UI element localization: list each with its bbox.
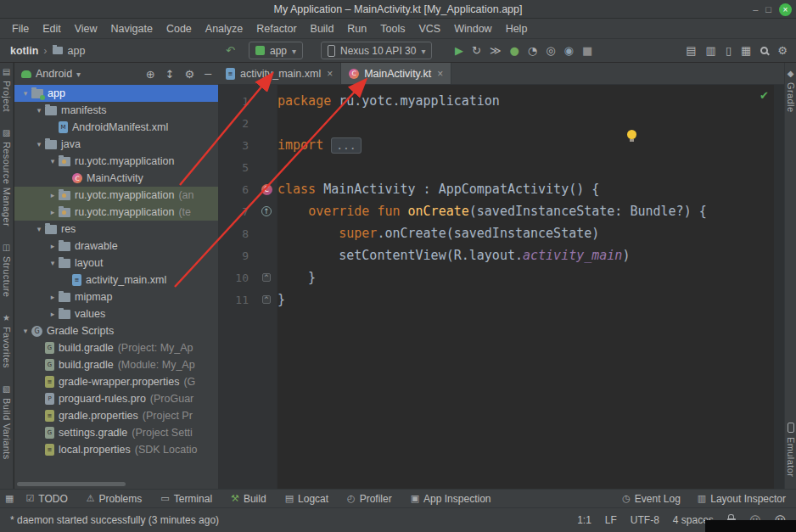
settings-gear-icon[interactable]: ⚙	[185, 69, 195, 80]
menu-item-build[interactable]: Build	[304, 23, 341, 35]
expand-arrow-icon[interactable]: ▾	[33, 225, 45, 233]
project-view-selector[interactable]: Android	[36, 68, 72, 80]
caret-position[interactable]: 1:1	[577, 514, 591, 526]
tool-window-button-event-log[interactable]: ◷Event Log	[622, 493, 681, 505]
override-gutter-icon[interactable]: ↑	[261, 206, 272, 216]
expand-arrow-icon[interactable]: ▸	[47, 310, 59, 318]
attach-debugger-icon[interactable]: ◉	[564, 45, 574, 56]
intention-bulb-icon[interactable]	[627, 130, 636, 139]
tree-item-ru-yotc-myapplication[interactable]: ▸ru.yotc.myapplication(te	[14, 204, 218, 221]
breadcrumb-app[interactable]: app	[68, 45, 86, 57]
expand-arrow-icon[interactable]: ▸	[47, 293, 59, 301]
expand-arrow-icon[interactable]: ▸	[47, 191, 59, 199]
tree-item-androidmanifest-xml[interactable]: AndroidManifest.xml	[14, 119, 218, 136]
close-tab-icon[interactable]: ×	[437, 68, 443, 80]
tool-window-button-app-inspection[interactable]: ▣App Inspection	[411, 493, 491, 505]
tree-item-drawable[interactable]: ▸drawable	[14, 238, 218, 255]
tool-window-button-todo[interactable]: ☑TODO	[25, 493, 67, 505]
tree-item-gradle-scripts[interactable]: ▾Gradle Scripts	[14, 322, 218, 339]
settings-icon[interactable]: ⚙	[777, 45, 788, 56]
tree-item-local-properties[interactable]: local.properties(SDK Locatio	[14, 441, 218, 458]
tree-item-gradle-properties[interactable]: gradle.properties(Project Pr	[14, 407, 218, 424]
editor-scrollbar[interactable]	[774, 85, 784, 489]
tree-item-gradle-wrapper-properties[interactable]: gradle-wrapper.properties(G	[14, 373, 218, 390]
tree-item-settings-gradle[interactable]: settings.gradle(Project Setti	[14, 424, 218, 441]
locate-file-icon[interactable]: ⊕	[146, 69, 155, 80]
tree-item-ru-yotc-myapplication[interactable]: ▸ru.yotc.myapplication(an	[14, 187, 218, 204]
tool-strip-item-build-variants[interactable]: ▧Build Variants	[2, 385, 12, 460]
scrollbar-thumb[interactable]	[17, 482, 126, 486]
tool-window-button-problems[interactable]: ⚠Problems	[87, 493, 143, 505]
tool-strip-item-gradle[interactable]: ◆ Gradle	[786, 70, 796, 112]
menu-item-refactor[interactable]: Refactor	[249, 23, 303, 35]
maximize-button[interactable]: □	[765, 3, 771, 16]
fold-marker-icon[interactable]: ^	[262, 273, 271, 282]
expand-arrow-icon[interactable]: ▾	[47, 157, 59, 165]
editor-tab-mainactivity-kt[interactable]: MainActivity.kt×	[341, 63, 451, 84]
tool-windows-icon[interactable]: ▦	[5, 494, 14, 503]
tree-item-res[interactable]: ▾res	[14, 221, 218, 238]
debug-icon[interactable]: ●	[510, 45, 519, 56]
tree-item-java[interactable]: ▾java	[14, 136, 218, 153]
expand-collapse-icon[interactable]: ↕	[165, 69, 175, 80]
expand-arrow-icon[interactable]: ▾	[20, 89, 31, 98]
layout-inspector-icon[interactable]: ▥	[706, 45, 716, 56]
close-button[interactable]: ×	[779, 3, 792, 16]
menu-item-edit[interactable]: Edit	[36, 23, 68, 35]
coverage-icon[interactable]: ◎	[546, 45, 555, 56]
undo-icon[interactable]: ↶	[226, 45, 235, 56]
tree-item-app[interactable]: ▾app	[14, 85, 218, 102]
menu-item-code[interactable]: Code	[160, 23, 199, 35]
menu-item-view[interactable]: View	[68, 23, 104, 35]
tree-item-ru-yotc-myapplication[interactable]: ▾ru.yotc.myapplication	[14, 153, 218, 170]
stop-icon[interactable]: ■	[582, 45, 592, 56]
tree-item-build-gradle[interactable]: build.gradle(Module: My_Ap	[14, 356, 218, 373]
menu-item-navigate[interactable]: Navigate	[104, 23, 160, 35]
breadcrumb-kotlin[interactable]: kotlin	[10, 45, 38, 57]
menu-item-window[interactable]: Window	[447, 23, 498, 35]
close-tab-icon[interactable]: ×	[327, 68, 333, 80]
encoding-indicator[interactable]: UTF-8	[631, 514, 659, 526]
tool-strip-item-resource-manager[interactable]: ▨Resource Manager	[2, 129, 12, 227]
fold-marker-icon[interactable]: ^	[262, 295, 271, 304]
menu-item-vcs[interactable]: VCS	[412, 23, 447, 35]
avd-manager-icon[interactable]: ▯	[726, 45, 732, 56]
menu-item-tools[interactable]: Tools	[373, 23, 412, 35]
editor-body[interactable]: 1package ru.yotc.myapplication23import .…	[218, 85, 784, 489]
tool-strip-item-emulator[interactable]: Emulator	[786, 423, 796, 477]
menu-item-file[interactable]: File	[5, 23, 36, 35]
run-icon[interactable]: ▶	[455, 45, 463, 56]
horizontal-scrollbar[interactable]	[14, 481, 218, 487]
profiler-icon[interactable]: ◔	[528, 45, 537, 56]
apply-code-changes-icon[interactable]: ≫	[490, 45, 502, 56]
hide-panel-icon[interactable]: ─	[205, 69, 211, 80]
run-config-selector[interactable]: app	[249, 42, 303, 59]
tree-item-activity-main-xml[interactable]: activity_main.xml	[14, 272, 218, 288]
inspections-ok-icon[interactable]: ✔	[760, 89, 769, 102]
search-everywhere-icon[interactable]	[760, 47, 768, 54]
device-file-explorer-icon[interactable]: ▤	[686, 45, 696, 56]
tree-item-layout[interactable]: ▾layout	[14, 255, 218, 272]
expand-arrow-icon[interactable]: ▾	[47, 259, 59, 267]
tree-item-mainactivity[interactable]: MainActivity	[14, 170, 218, 187]
expand-arrow-icon[interactable]: ▸	[47, 242, 59, 250]
tree-item-manifests[interactable]: ▾manifests	[14, 102, 218, 119]
expand-arrow-icon[interactable]: ▾	[33, 140, 45, 148]
tree-item-build-gradle[interactable]: build.gradle(Project: My_Ap	[14, 339, 218, 356]
line-separator-indicator[interactable]: LF	[605, 514, 617, 526]
menu-item-run[interactable]: Run	[340, 23, 373, 35]
tool-window-button-build[interactable]: ⚒Build	[231, 493, 266, 505]
tree-item-proguard-rules-pro[interactable]: proguard-rules.pro(ProGuar	[14, 390, 218, 407]
tool-window-button-profiler[interactable]: ◴Profiler	[347, 493, 392, 505]
expand-arrow-icon[interactable]: ▾	[20, 327, 31, 335]
minimize-button[interactable]: –	[753, 3, 758, 16]
device-selector[interactable]: Nexus 10 API 30	[321, 42, 432, 59]
tool-window-button-logcat[interactable]: ▤Logcat	[285, 493, 328, 505]
apply-changes-icon[interactable]: ↻	[472, 45, 481, 56]
tool-window-button-terminal[interactable]: ▭Terminal	[160, 493, 212, 505]
class-gutter-icon[interactable]: C	[261, 184, 272, 195]
editor-tab-activity-main-xml[interactable]: activity_main.xml×	[218, 63, 341, 84]
tool-strip-item-favorites[interactable]: ★Favorites	[2, 314, 12, 368]
expand-arrow-icon[interactable]: ▾	[33, 106, 45, 115]
tool-window-button-layout-inspector[interactable]: ▥Layout Inspector	[698, 493, 786, 505]
